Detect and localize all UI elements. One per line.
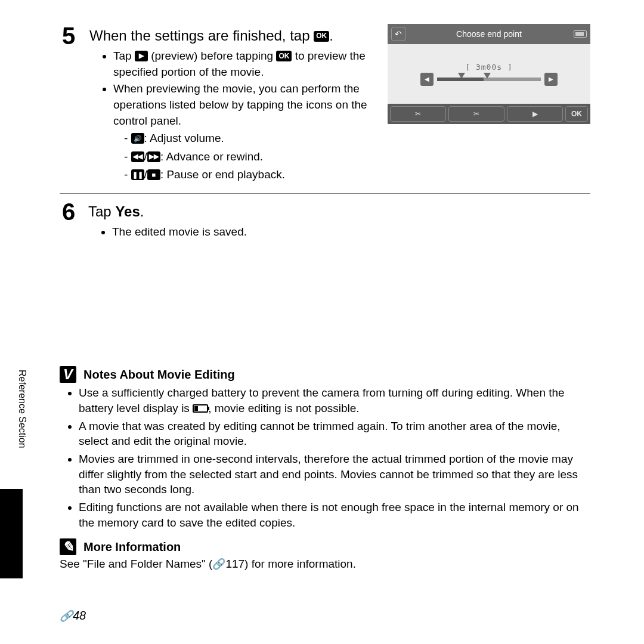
forward-icon: ▶▶ xyxy=(147,151,160,162)
handle-end[interactable] xyxy=(484,73,491,79)
handle-start[interactable] xyxy=(458,73,465,79)
timeline-bar: ◀ ▶ xyxy=(420,73,558,86)
page-number-value: 48 xyxy=(73,609,86,623)
screen-title: Choose end point xyxy=(388,29,590,39)
page-link-icon: 🔗 xyxy=(60,609,73,623)
side-label: Reference Section xyxy=(17,370,27,448)
battery-low-icon xyxy=(193,404,208,413)
timeline-prev-button[interactable]: ◀ xyxy=(420,73,434,86)
timeline: [ 3m00s ] ◀ ▶ xyxy=(420,63,558,86)
preview-icon: ▶ xyxy=(135,51,148,61)
step6-bullet-1: The edited movie is saved. xyxy=(112,224,590,240)
more-info-block: ✎ More Information See "File and Folder … xyxy=(60,538,590,571)
step5-heading-after: . xyxy=(329,27,333,44)
step5-bullets: Tap ▶ (preview) before tapping OK to pre… xyxy=(89,48,376,183)
screen-body: [ 3m00s ] ◀ ▶ xyxy=(388,44,590,104)
step5-subdash: 🔊: Adjust volume. ◀◀/▶▶: Advance or rewi… xyxy=(113,130,376,184)
step6-bullets: The edited movie is saved. xyxy=(88,224,590,240)
notes-icon: V xyxy=(60,366,76,383)
battery-icon xyxy=(574,30,587,38)
b1-before: Tap xyxy=(113,49,135,62)
timeline-next-button[interactable]: ▶ xyxy=(544,73,558,86)
cut-end-button[interactable]: ✂ xyxy=(448,106,504,122)
step-5-heading: When the settings are finished, tap OK. xyxy=(89,26,376,45)
notes-heading: Notes About Movie Editing xyxy=(83,368,235,382)
s6-after: . xyxy=(140,203,144,219)
rewind-icon: ◀◀ xyxy=(131,151,144,162)
notes-b2: A movie that was created by editing cann… xyxy=(79,419,590,449)
step-6-heading: Tap Yes. xyxy=(88,202,590,221)
divider xyxy=(60,193,590,194)
mt-before: See "File and Folder Names" ( xyxy=(60,558,212,570)
s6-bold: Yes xyxy=(115,203,140,219)
sub2-text: : Advance or rewind. xyxy=(160,150,263,163)
pencil-icon: ✎ xyxy=(60,538,76,555)
ref-link-icon: 🔗 xyxy=(212,558,225,571)
notes-b4: Editing functions are not available when… xyxy=(79,500,590,530)
step-5: 5 When the settings are finished, tap OK… xyxy=(60,24,590,185)
notes-b1: Use a sufficiently charged battery to pr… xyxy=(79,385,590,416)
nb1-after: , movie editing is not possible. xyxy=(208,402,359,414)
notes-heading-row: V Notes About Movie Editing xyxy=(60,366,590,383)
volume-icon: 🔊 xyxy=(131,133,144,144)
timeline-track[interactable] xyxy=(437,78,541,81)
mt-page: 117) for more information. xyxy=(225,558,356,570)
cut-start-button[interactable]: ✂ xyxy=(390,106,446,122)
step-5-body: When the settings are finished, tap OK. … xyxy=(89,24,376,185)
screen-header: ↶ Choose end point xyxy=(388,24,590,44)
ok-button[interactable]: OK xyxy=(565,106,588,122)
page-number: 🔗48 xyxy=(60,609,86,623)
time-value: 3m00s xyxy=(476,63,502,72)
camera-screen: ↶ Choose end point [ 3m00s ] ◀ ▶ xyxy=(388,24,590,124)
more-heading-row: ✎ More Information xyxy=(60,538,590,555)
more-heading: More Information xyxy=(83,540,181,554)
step5-bullet-2: When previewing the movie, you can perfo… xyxy=(113,81,376,129)
step5-heading-before: When the settings are finished, tap xyxy=(89,27,314,44)
ok-icon: OK xyxy=(314,31,329,42)
sub3: ❚❚/■: Pause or end playback. xyxy=(124,166,376,184)
pause-icon: ❚❚ xyxy=(131,169,144,180)
stop-icon: ■ xyxy=(147,169,160,180)
back-button[interactable]: ↶ xyxy=(391,27,405,41)
more-text: See "File and Folder Names" (🔗117) for m… xyxy=(60,558,590,571)
play-button[interactable]: ▶ xyxy=(507,106,563,122)
ok-icon: OK xyxy=(276,51,292,61)
step-6-body: Tap Yes. The edited movie is saved. xyxy=(88,200,590,242)
b1-mid: (preview) before tapping xyxy=(148,49,276,62)
s6-before: Tap xyxy=(88,203,115,219)
step-number-6: 6 xyxy=(60,200,78,224)
sub1: 🔊: Adjust volume. xyxy=(124,130,376,147)
sub1-text: : Adjust volume. xyxy=(144,132,224,144)
sub2: ◀◀/▶▶: Advance or rewind. xyxy=(124,148,376,166)
step5-bullet-1: Tap ▶ (preview) before tapping OK to pre… xyxy=(113,48,376,80)
step-number-5: 5 xyxy=(60,24,78,48)
step-6: 6 Tap Yes. The edited movie is saved. xyxy=(60,200,590,242)
sub3-text: : Pause or end playback. xyxy=(160,168,285,181)
screen-footer: ✂ ✂ ▶ OK xyxy=(388,104,590,124)
time-label: [ 3m00s ] xyxy=(420,63,558,72)
notes-b3: Movies are trimmed in one-second interva… xyxy=(79,451,590,497)
notes-block: V Notes About Movie Editing Use a suffic… xyxy=(60,366,590,571)
section-tab xyxy=(0,489,23,578)
notes-bullets: Use a sufficiently charged battery to pr… xyxy=(60,385,590,530)
